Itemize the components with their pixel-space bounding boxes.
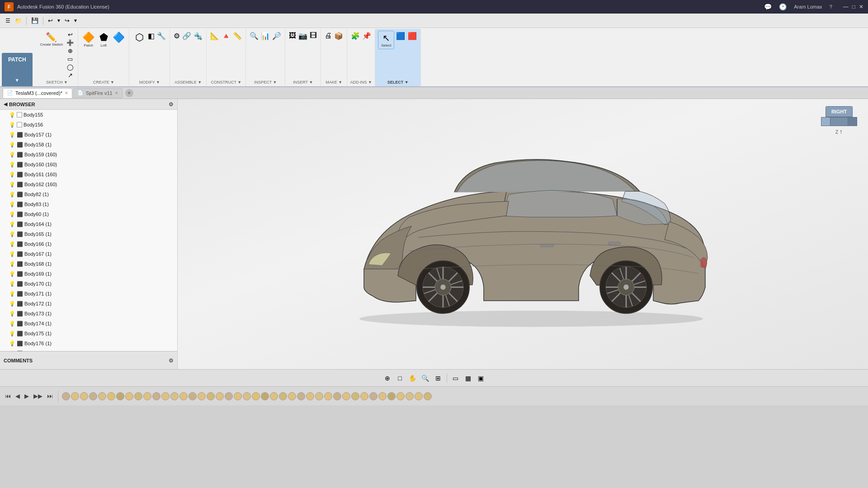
timeline-begin-btn[interactable]: ⏮: [4, 392, 12, 400]
view-cube-right-edge[interactable]: [848, 117, 857, 126]
timeline-item[interactable]: [387, 392, 396, 400]
timeline-item[interactable]: [152, 392, 160, 400]
browser-item-body161[interactable]: 💡 ⬛ Body161 (160): [0, 169, 177, 179]
timeline-item[interactable]: [234, 392, 242, 400]
sketch-stop-btn[interactable]: ↩: [65, 31, 75, 38]
timeline-item[interactable]: [116, 392, 124, 400]
assemble-joint-btn[interactable]: 🔗: [181, 31, 192, 41]
timeline-item[interactable]: [415, 392, 423, 400]
view-display-btn[interactable]: ▭: [450, 372, 462, 384]
new-btn[interactable]: 📁: [13, 17, 24, 25]
create-loft-btn[interactable]: ⬟ Loft: [96, 31, 111, 48]
browser-item-body172[interactable]: 💡 ⬛ Body172 (1): [0, 299, 177, 309]
view-cube-left-edge[interactable]: [821, 117, 830, 126]
timeline-item[interactable]: [261, 392, 269, 400]
insert-decal-btn[interactable]: 📷: [297, 31, 308, 41]
sketch-line-btn[interactable]: ↗: [65, 71, 75, 79]
timeline-item[interactable]: [342, 392, 350, 400]
tab-tesla[interactable]: 📄 TeslaM3 (...covered)* ✕: [3, 88, 72, 98]
timeline-prev-btn[interactable]: ◀: [14, 392, 21, 400]
timeline-item[interactable]: [170, 392, 179, 400]
view-cube[interactable]: RIGHT Z ↑: [821, 106, 857, 135]
browser-item-body165[interactable]: 💡 ⬛ Body165 (1): [0, 229, 177, 239]
browser-item-body159[interactable]: 💡 ⬛ Body159 (160): [0, 150, 177, 160]
create-ruled-btn[interactable]: 🔷: [111, 31, 126, 44]
timeline-item[interactable]: [279, 392, 287, 400]
minimize-btn[interactable]: —: [843, 4, 849, 10]
timeline-item[interactable]: [134, 392, 142, 400]
timeline-item[interactable]: [288, 392, 296, 400]
timeline-item[interactable]: [143, 392, 151, 400]
save-btn[interactable]: 💾: [29, 16, 40, 25]
timeline-item[interactable]: [396, 392, 405, 400]
viewcube-toggle-btn[interactable]: □: [394, 372, 406, 384]
browser-item-body174[interactable]: 💡 ⬛ Body174 (1): [0, 319, 177, 328]
make-export-btn[interactable]: 📦: [333, 31, 344, 41]
browser-item-body156[interactable]: 💡 Body156: [0, 120, 177, 130]
modify-flip-btn[interactable]: 🔧: [156, 31, 167, 41]
timeline-item[interactable]: [424, 392, 432, 400]
browser-item-body83[interactable]: 💡 ⬛ Body83 (1): [0, 199, 177, 209]
timeline-item[interactable]: [62, 392, 70, 400]
insert-svg-btn[interactable]: 🎞: [309, 31, 318, 41]
timeline-item[interactable]: [161, 392, 170, 400]
viewport-layout-btn[interactable]: ▣: [475, 372, 487, 384]
construct-point-btn[interactable]: 📏: [232, 31, 243, 41]
timeline-item[interactable]: [306, 392, 314, 400]
timeline-play-btn[interactable]: ▶: [23, 392, 30, 400]
timeline-item[interactable]: [333, 392, 341, 400]
browser-item-body164[interactable]: 💡 ⬛ Body164 (1): [0, 219, 177, 229]
checkbox-156[interactable]: [17, 122, 22, 127]
browser-item-body82[interactable]: 💡 ⬛ Body82 (1): [0, 189, 177, 199]
tab-add-btn[interactable]: +: [125, 89, 133, 97]
timeline-item[interactable]: [198, 392, 206, 400]
browser-item-body162[interactable]: 💡 ⬛ Body162 (160): [0, 179, 177, 189]
browser-item-body157[interactable]: 💡 ⬛ Body157 (1): [0, 130, 177, 140]
undo-btn[interactable]: ↩: [46, 16, 55, 25]
tab-tesla-close[interactable]: ✕: [65, 91, 68, 95]
timeline-item[interactable]: [369, 392, 377, 400]
view-cube-bottom-face[interactable]: [830, 117, 848, 126]
browser-item-body171[interactable]: 💡 ⬛ Body171 (1): [0, 289, 177, 299]
assemble-new-btn[interactable]: ⚙: [173, 31, 181, 41]
timeline-item[interactable]: [179, 392, 188, 400]
pan-btn[interactable]: ✋: [407, 372, 419, 384]
browser-collapse-arrow[interactable]: ◀: [4, 101, 7, 107]
browser-item-body170[interactable]: 💡 ⬛ Body170 (1): [0, 279, 177, 289]
patch-dropdown-icon[interactable]: ▼: [15, 78, 19, 83]
create-patch-btn[interactable]: 🔶 Patch: [81, 31, 96, 48]
redo-arrow-btn[interactable]: ▼: [72, 17, 79, 24]
timeline-item[interactable]: [297, 392, 305, 400]
comment-icon[interactable]: 💬: [764, 3, 772, 10]
tab-spitfire[interactable]: 📄 SpitFire v11 ✕: [73, 88, 123, 98]
select-btn[interactable]: ↖ Select: [378, 31, 394, 49]
grid-toggle-btn[interactable]: ▦: [462, 372, 474, 384]
timeline-item[interactable]: [98, 392, 106, 400]
timeline-item[interactable]: [225, 392, 233, 400]
sketch-point-btn[interactable]: ⊕: [65, 47, 75, 55]
app-menu-btn[interactable]: ☰: [4, 17, 12, 25]
close-btn[interactable]: ✕: [859, 4, 863, 10]
3d-viewport[interactable]: RIGHT Z ↑: [178, 99, 868, 369]
car-model-area[interactable]: [328, 142, 735, 333]
make-3dprint-btn[interactable]: 🖨: [324, 31, 333, 41]
user-menu[interactable]: Aram Lomax: [794, 4, 822, 9]
modify-stitch-btn[interactable]: ⬡: [132, 31, 146, 44]
maximize-btn[interactable]: □: [852, 4, 855, 10]
inspect-analysis-btn[interactable]: 📊: [260, 31, 271, 41]
timeline-item[interactable]: [216, 392, 224, 400]
help-icon[interactable]: ?: [830, 4, 832, 9]
timeline-item[interactable]: [107, 392, 115, 400]
sketch-circle-btn[interactable]: ◯: [65, 63, 75, 71]
timeline-item[interactable]: [351, 392, 359, 400]
browser-item-body60[interactable]: 💡 ⬛ Body60 (1): [0, 209, 177, 219]
assemble-rigid-btn[interactable]: 🔩: [193, 31, 203, 41]
browser-item-body168[interactable]: 💡 ⬛ Body168 (1): [0, 259, 177, 269]
inspect-measure-btn[interactable]: 🔍: [249, 31, 259, 41]
timeline-item[interactable]: [315, 392, 323, 400]
view-cube-face[interactable]: RIGHT: [826, 106, 853, 117]
comments-settings-icon[interactable]: ⚙: [169, 357, 174, 364]
select-window-btn[interactable]: 🟦: [395, 31, 406, 41]
browser-item-body158[interactable]: 💡 ⬛ Body158 (1): [0, 140, 177, 150]
browser-item-body169[interactable]: 💡 ⬛ Body169 (1): [0, 269, 177, 279]
